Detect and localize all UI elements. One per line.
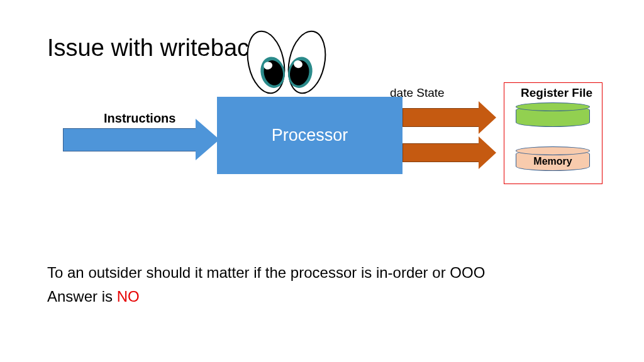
memory-cylinder: Memory — [516, 150, 590, 171]
body-line-1: To an outsider should it matter if the p… — [47, 264, 485, 282]
answer-no: NO — [117, 288, 140, 305]
processor-label: Processor — [272, 126, 348, 145]
eyes-icon — [244, 28, 338, 102]
instructions-label: Instructions — [104, 111, 175, 126]
slide-title: Issue with writeback — [47, 35, 261, 62]
answer-prefix: Answer is — [47, 288, 117, 305]
memory-label: Memory — [533, 156, 572, 167]
register-file-label: Register File — [521, 86, 592, 100]
update-state-label: date State — [390, 86, 445, 100]
register-file-cylinder — [516, 106, 590, 127]
body-line-2: Answer is NO — [47, 288, 140, 305]
processor-box: Processor — [217, 97, 402, 174]
